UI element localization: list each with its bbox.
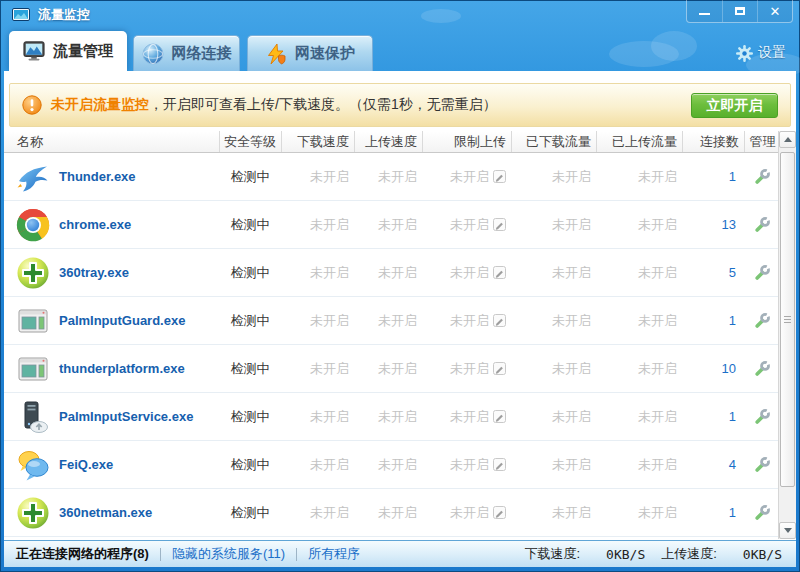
table-row[interactable]: PalmInputGuard.exe 检测中 未开启 未开启 未开启 未开启 未…	[4, 297, 780, 345]
column-header-name: 名称	[4, 131, 219, 152]
security-level: 检测中	[219, 408, 281, 426]
column-header-security: 安全等级	[219, 131, 281, 152]
limit-upload-value: 未开启	[450, 216, 489, 234]
process-name: PalmInputService.exe	[59, 409, 193, 424]
edit-limit-icon[interactable]	[493, 218, 506, 231]
close-button[interactable]: ✕	[757, 0, 792, 22]
manage-wrench-icon[interactable]	[754, 312, 771, 329]
tab-speed-protection[interactable]: 网速保护	[247, 35, 373, 71]
connection-count[interactable]: 1	[682, 505, 744, 520]
window-controls: ✕	[686, 0, 793, 23]
table-row[interactable]: FeiQ.exe 检测中 未开启 未开启 未开启 未开启 未开启 4	[4, 441, 780, 489]
downloaded-total: 未开启	[511, 456, 596, 474]
tab-label: 网速保护	[295, 44, 355, 63]
thumb-grip-icon	[784, 316, 791, 324]
downloaded-total: 未开启	[511, 312, 596, 330]
tab-label: 流量管理	[53, 42, 113, 61]
edit-limit-icon[interactable]	[493, 266, 506, 279]
scroll-down-button[interactable]	[779, 522, 796, 539]
download-speed: 未开启	[281, 216, 354, 234]
security-level: 检测中	[219, 360, 281, 378]
edit-limit-icon[interactable]	[493, 506, 506, 519]
traffic-monitor-icon	[23, 40, 45, 62]
downloaded-total: 未开启	[511, 216, 596, 234]
filter-connected-programs[interactable]: 正在连接网络的程序(8)	[16, 545, 149, 563]
uploaded-total: 未开启	[596, 504, 682, 522]
enable-now-button[interactable]: 立即开启	[691, 93, 778, 118]
app-window-icon	[16, 352, 50, 386]
connection-count[interactable]: 13	[682, 217, 744, 232]
manage-wrench-icon[interactable]	[754, 408, 771, 425]
thunder-bird-icon	[16, 160, 50, 194]
edit-limit-icon[interactable]	[493, 362, 506, 375]
table-row[interactable]: 360netman.exe 检测中 未开启 未开启 未开启 未开启 未开启 1	[4, 489, 780, 537]
uploaded-total: 未开启	[596, 360, 682, 378]
speed-shield-icon	[265, 43, 287, 65]
chrome-icon	[16, 208, 50, 242]
minimize-icon	[699, 13, 710, 15]
uploaded-total: 未开启	[596, 168, 682, 186]
process-name: chrome.exe	[59, 217, 131, 232]
upload-speed: 未开启	[354, 408, 422, 426]
connection-count[interactable]: 1	[682, 409, 744, 424]
table-row[interactable]: Thunder.exe 检测中 未开启 未开启 未开启 未开启 未开启 1	[4, 153, 780, 201]
app-window-icon	[16, 304, 50, 338]
manage-wrench-icon[interactable]	[754, 168, 771, 185]
uploaded-total: 未开启	[596, 264, 682, 282]
divider	[160, 548, 161, 561]
connection-count[interactable]: 10	[682, 361, 744, 376]
process-name: PalmInputGuard.exe	[59, 313, 185, 328]
connection-count[interactable]: 4	[682, 457, 744, 472]
arrow-up-icon	[784, 137, 792, 142]
table-row[interactable]: chrome.exe 检测中 未开启 未开启 未开启 未开启 未开启 13	[4, 201, 780, 249]
security-level: 检测中	[219, 312, 281, 330]
title-bar: 流量监控 ✕	[1, 1, 799, 29]
settings-button[interactable]: 设置	[736, 44, 786, 62]
table-row[interactable]: thunderplatform.exe 检测中 未开启 未开启 未开启 未开启 …	[4, 345, 780, 393]
manage-wrench-icon[interactable]	[754, 456, 771, 473]
edit-limit-icon[interactable]	[493, 170, 506, 183]
limit-upload-value: 未开启	[450, 312, 489, 330]
filter-hidden-services[interactable]: 隐藏的系统服务(11)	[172, 545, 285, 563]
connection-count[interactable]: 5	[682, 265, 744, 280]
notice-message: ，开启即可查看上传/下载速度。（仅需1秒，无需重启）	[149, 96, 497, 112]
table-header: 名称 安全等级 下载速度 上传速度 限制上传 已下载流量 已上传流量 连接数 管…	[4, 131, 780, 153]
column-header-downloaded: 已下载流量	[511, 131, 596, 152]
minimize-button[interactable]	[687, 0, 722, 22]
manage-wrench-icon[interactable]	[754, 504, 771, 521]
upload-speed: 未开启	[354, 168, 422, 186]
download-speed: 未开启	[281, 168, 354, 186]
maximize-button[interactable]	[722, 0, 757, 22]
uploaded-total: 未开启	[596, 456, 682, 474]
filter-all-programs[interactable]: 所有程序	[308, 545, 360, 563]
divider	[296, 548, 297, 561]
scroll-up-button[interactable]	[779, 131, 796, 148]
manage-wrench-icon[interactable]	[754, 216, 771, 233]
app-window: 流量监控 ✕ 流量管理	[0, 0, 800, 572]
scrollbar-thumb[interactable]	[780, 152, 795, 487]
manage-wrench-icon[interactable]	[754, 360, 771, 377]
security-level: 检测中	[219, 216, 281, 234]
edit-limit-icon[interactable]	[493, 314, 506, 327]
manage-wrench-icon[interactable]	[754, 264, 771, 281]
tab-traffic-management[interactable]: 流量管理	[9, 31, 127, 71]
tab-bar: 流量管理 网络连接 网速保护	[1, 29, 799, 71]
edit-limit-icon[interactable]	[493, 458, 506, 471]
security-level: 检测中	[219, 168, 281, 186]
table-row[interactable]: 360tray.exe 检测中 未开启 未开启 未开启 未开启 未开启 5	[4, 249, 780, 297]
downloaded-total: 未开启	[511, 360, 596, 378]
column-header-upload: 上传速度	[354, 131, 422, 152]
download-speed: 未开启	[281, 456, 354, 474]
download-speed: 未开启	[281, 504, 354, 522]
download-speed: 未开启	[281, 408, 354, 426]
table-row[interactable]: PalmInputService.exe 检测中 未开启 未开启 未开启 未开启…	[4, 393, 780, 441]
connection-count[interactable]: 1	[682, 169, 744, 184]
connection-count[interactable]: 1	[682, 313, 744, 328]
upload-speed: 未开启	[354, 216, 422, 234]
limit-upload-value: 未开启	[450, 264, 489, 282]
upload-speed: 未开启	[354, 504, 422, 522]
uploaded-total: 未开启	[596, 408, 682, 426]
uploaded-total: 未开启	[596, 216, 682, 234]
edit-limit-icon[interactable]	[493, 410, 506, 423]
tab-network-connections[interactable]: 网络连接	[133, 35, 240, 71]
